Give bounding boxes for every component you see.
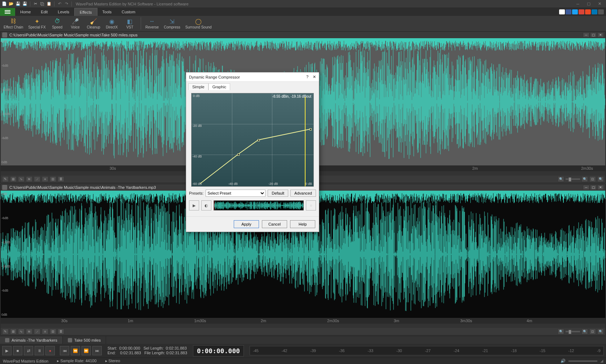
curve-point-3[interactable] (309, 128, 312, 130)
paste-icon[interactable]: 📋 (46, 1, 52, 7)
default-button[interactable]: Default (268, 190, 288, 197)
like-icon[interactable] (559, 9, 565, 14)
facebook-icon[interactable] (566, 9, 571, 14)
help-button[interactable]: Help (290, 220, 315, 228)
zoom-out-button[interactable]: 🔍 (558, 176, 564, 182)
stumble-icon[interactable] (585, 9, 591, 14)
tool-6[interactable]: ≡ (42, 329, 48, 334)
apply-button[interactable]: Apply (234, 220, 259, 228)
maximize-button[interactable]: ▢ (584, 1, 594, 7)
preview-play-button[interactable]: ▶ (189, 200, 199, 210)
close-icon[interactable]: ✕ (313, 75, 316, 79)
linkedin-icon[interactable] (592, 9, 597, 14)
cursor-tool[interactable]: ✎ (2, 329, 9, 334)
close-button[interactable]: ✕ (594, 1, 605, 7)
volume-icon[interactable]: 🔊 (561, 359, 566, 363)
tool-4[interactable]: ≋ (26, 176, 32, 182)
track-maximize-button[interactable]: ▢ (590, 32, 597, 37)
skip-end-button[interactable]: ⏭ (92, 346, 102, 355)
skip-start-button[interactable]: ⏮ (60, 346, 69, 355)
special-fx-button[interactable]: ✦Special FX (26, 16, 48, 31)
tab-animals[interactable]: Animals -The Yardbarkers (0, 336, 63, 344)
menu-effects[interactable]: Effects (74, 8, 97, 16)
tab-take-500[interactable]: Take 500 miles (63, 336, 106, 344)
rewind-button[interactable]: ⏪ (71, 346, 80, 355)
pause-button[interactable]: ⏸ (35, 346, 44, 355)
resize-grip-icon[interactable]: ◢ (600, 359, 603, 363)
tool-5[interactable]: ⟋ (34, 176, 40, 182)
zoom-fit-button[interactable]: ⊡ (589, 329, 596, 334)
track-2-timeline[interactable]: 30s 1m 1m30s 2m 2m30s 3m 3m30s 4m (1, 318, 605, 324)
zoom-in-button[interactable]: 🔍 (581, 329, 588, 334)
tool-7[interactable]: ⊟ (50, 329, 56, 334)
tool-5[interactable]: ⟋ (34, 329, 40, 334)
preset-select[interactable]: Select Preset (206, 190, 265, 197)
effect-chain-button[interactable]: ⛓Effect Chain (1, 16, 25, 31)
menu-tools[interactable]: Tools (97, 8, 117, 16)
track-minimize-button[interactable]: ─ (583, 185, 589, 190)
menu-edit[interactable]: Edit (36, 8, 53, 16)
curve-point-1[interactable] (237, 154, 240, 156)
undo-icon[interactable]: ↶ (57, 1, 62, 7)
select-tool[interactable]: ⊞ (10, 176, 17, 182)
cut-icon[interactable]: ✂ (32, 1, 38, 7)
tab-simple[interactable]: Simple (188, 83, 208, 90)
tool-8[interactable]: ≣ (58, 176, 64, 182)
cancel-button[interactable]: Cancel (262, 220, 287, 228)
preview-loop-button[interactable]: ◐ (201, 200, 211, 210)
open-file-icon[interactable]: 📂 (8, 1, 14, 7)
minimize-button[interactable]: ─ (573, 1, 583, 7)
play-button[interactable]: ▶ (2, 346, 12, 355)
tool-8[interactable]: ≣ (58, 329, 64, 334)
speed-button[interactable]: ⏱Speed (49, 16, 66, 31)
track-close-button[interactable]: ✕ (597, 185, 604, 190)
redo-icon[interactable]: ↷ (63, 1, 69, 7)
dialog-titlebar[interactable]: Dynamic Range Compressor ? ✕ (186, 72, 319, 82)
compress-button[interactable]: ⇲Compress (162, 16, 183, 31)
zoom-sel-button[interactable]: 🔍 (597, 329, 604, 334)
stop-button[interactable]: ■ (13, 346, 22, 355)
hamburger-menu[interactable] (0, 8, 15, 16)
zoom-out-button[interactable]: 🔍 (558, 329, 564, 334)
reverse-button[interactable]: ↔Reverse (143, 16, 161, 31)
zoom-sel-button[interactable]: 🔍 (597, 176, 604, 182)
cursor-tool[interactable]: ✎ (2, 176, 9, 182)
share-icon[interactable] (598, 9, 604, 14)
copy-icon[interactable]: ⿻ (39, 1, 45, 7)
help-icon[interactable]: ? (306, 75, 308, 79)
loop-button[interactable]: ⇄ (24, 346, 33, 355)
scrub-tool[interactable]: ∿ (18, 176, 25, 182)
select-tool[interactable]: ⊞ (10, 329, 17, 334)
tool-6[interactable]: ≡ (42, 176, 48, 182)
new-file-icon[interactable]: 📄 (1, 1, 7, 7)
twitter-icon[interactable] (572, 9, 578, 14)
track-close-button[interactable]: ✕ (597, 32, 604, 37)
vst-button[interactable]: ◧VST (121, 16, 139, 31)
menu-levels[interactable]: Levels (53, 8, 74, 16)
menu-home[interactable]: Home (15, 8, 36, 16)
zoom-in-button[interactable]: 🔍 (581, 176, 588, 182)
directx-button[interactable]: ◉DirectX (103, 16, 120, 31)
track-maximize-button[interactable]: ▢ (590, 185, 597, 190)
zoom-slider[interactable] (566, 178, 580, 180)
google-icon[interactable] (579, 9, 584, 14)
zoom-fit-button[interactable]: ⊡ (589, 176, 596, 182)
scrub-tool[interactable]: ∿ (18, 329, 25, 334)
volume-slider[interactable] (568, 360, 597, 362)
forward-button[interactable]: ⏩ (82, 346, 91, 355)
save-icon[interactable]: 💾 (15, 1, 21, 7)
tool-7[interactable]: ⊟ (50, 176, 56, 182)
curve-point-2[interactable] (258, 139, 260, 141)
track-minimize-button[interactable]: ─ (583, 32, 589, 37)
record-button[interactable]: ● (45, 346, 55, 355)
advanced-button[interactable]: Advanced (290, 190, 316, 197)
preview-stop-button[interactable]: ○ (306, 200, 316, 210)
voice-button[interactable]: 🎤Voice (67, 16, 84, 31)
tool-4[interactable]: ≋ (26, 329, 32, 334)
menu-custom[interactable]: Custom (117, 8, 140, 16)
save-all-icon[interactable]: 💾 (22, 1, 28, 7)
compressor-graph[interactable]: -8.55 dBin, -19.16 dBout 0 dB -20 dB -40… (191, 93, 314, 187)
cleanup-button[interactable]: 🧹Cleanup (85, 16, 102, 31)
track-2-scrollbar[interactable] (1, 324, 605, 328)
tab-graphic[interactable]: Graphic (208, 83, 230, 90)
